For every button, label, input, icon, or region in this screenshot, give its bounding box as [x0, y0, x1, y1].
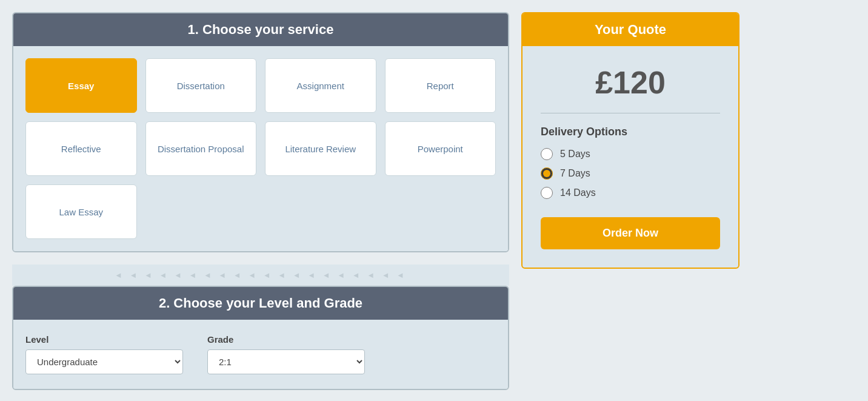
- service-card-dissertation-proposal[interactable]: Dissertation Proposal: [145, 121, 257, 176]
- service-card-report[interactable]: Report: [385, 58, 496, 113]
- delivery-option-7days[interactable]: 7 Days: [541, 167, 720, 180]
- delivery-label-7days: 7 Days: [560, 168, 590, 179]
- delivery-radio-7days[interactable]: [541, 167, 553, 180]
- delivery-radio-5days[interactable]: [541, 148, 553, 160]
- service-grid: EssayDissertationAssignmentReportReflect…: [25, 58, 496, 239]
- section1-body: EssayDissertationAssignmentReportReflect…: [13, 46, 508, 251]
- grade-group: Grade 2:12:21stPass: [207, 334, 365, 374]
- left-column: 1. Choose your service EssayDissertation…: [12, 12, 509, 401]
- section1-title: 1. Choose your service: [188, 22, 334, 37]
- grade-select[interactable]: 2:12:21stPass: [207, 349, 365, 374]
- quote-header: Your Quote: [522, 13, 738, 46]
- section1-header: 1. Choose your service: [13, 13, 508, 46]
- delivery-label-14days: 14 Days: [560, 187, 596, 198]
- level-label: Level: [25, 334, 183, 345]
- level-select[interactable]: UndergraduatePostgraduatePhD: [25, 349, 183, 374]
- quote-title: Your Quote: [595, 22, 666, 37]
- delivery-option-5days[interactable]: 5 Days: [541, 148, 720, 160]
- delivery-title: Delivery Options: [541, 126, 720, 138]
- service-card-reflective[interactable]: Reflective: [25, 121, 137, 176]
- service-card-law-essay[interactable]: Law Essay: [25, 184, 137, 239]
- service-card-dissertation[interactable]: Dissertation: [145, 58, 257, 113]
- delivery-options: 5 Days7 Days14 Days: [541, 148, 720, 199]
- arrow-divider-icons: ◄ ◄ ◄ ◄ ◄ ◄ ◄ ◄ ◄ ◄ ◄ ◄ ◄ ◄ ◄ ◄ ◄ ◄ ◄ ◄: [115, 271, 407, 280]
- delivery-option-14days[interactable]: 14 Days: [541, 187, 720, 199]
- level-group: Level UndergraduatePostgraduatePhD: [25, 334, 183, 374]
- section2-title: 2. Choose your Level and Grade: [159, 295, 362, 311]
- service-card-powerpoint[interactable]: Powerpoint: [385, 121, 496, 176]
- service-card-essay[interactable]: Essay: [25, 58, 137, 113]
- service-card-literature-review[interactable]: Literature Review: [265, 121, 376, 176]
- delivery-label-5days: 5 Days: [560, 149, 590, 160]
- order-now-button[interactable]: Order Now: [541, 217, 720, 249]
- section2-header: 2. Choose your Level and Grade: [13, 287, 508, 320]
- quote-panel: Your Quote £120 Delivery Options 5 Days7…: [521, 12, 739, 269]
- form-row: Level UndergraduatePostgraduatePhD Grade…: [25, 334, 496, 374]
- grade-label: Grade: [207, 334, 365, 345]
- section2-body: Level UndergraduatePostgraduatePhD Grade…: [13, 320, 508, 389]
- quote-body: £120 Delivery Options 5 Days7 Days14 Day…: [522, 46, 738, 268]
- section2-box: 2. Choose your Level and Grade Level Und…: [12, 286, 509, 390]
- quote-price: £120: [541, 64, 720, 113]
- service-card-assignment[interactable]: Assignment: [265, 58, 376, 113]
- delivery-radio-14days[interactable]: [541, 187, 553, 199]
- arrow-divider-area: ◄ ◄ ◄ ◄ ◄ ◄ ◄ ◄ ◄ ◄ ◄ ◄ ◄ ◄ ◄ ◄ ◄ ◄ ◄ ◄: [12, 265, 509, 286]
- section1-box: 1. Choose your service EssayDissertation…: [12, 12, 509, 252]
